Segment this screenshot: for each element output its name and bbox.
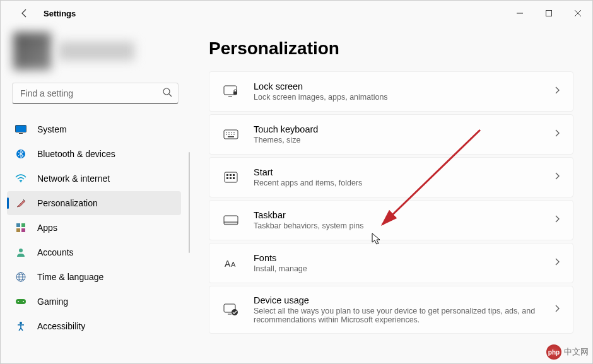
- close-icon: [575, 10, 581, 16]
- row-text: Lock screen Lock screen images, apps, an…: [254, 81, 554, 102]
- row-text: Touch keyboard Themes, size: [254, 124, 554, 144]
- paintbrush-icon: [15, 197, 27, 209]
- sidebar: System Bluetooth & devices Network & int…: [1, 26, 190, 363]
- row-desc: Recent apps and items, folders: [254, 179, 554, 187]
- chevron-right-icon: [554, 86, 560, 97]
- sidebar-item-system[interactable]: System: [7, 117, 181, 141]
- avatar: [13, 32, 51, 70]
- svg-point-25: [231, 134, 232, 135]
- search-input[interactable]: [12, 83, 179, 104]
- row-desc: Select all the ways you plan to use your…: [254, 307, 554, 324]
- sidebar-item-label: Network & internet: [37, 173, 110, 184]
- row-desc: Lock screen images, apps, animations: [254, 93, 554, 102]
- setting-row-lockscreen[interactable]: Lock screen Lock screen images, apps, an…: [209, 71, 573, 112]
- svg-point-14: [23, 301, 24, 302]
- setting-row-deviceusage[interactable]: Device usage Select all the ways you pla…: [209, 286, 573, 334]
- sidebar-item-label: Time & language: [37, 272, 103, 282]
- sidebar-item-accounts[interactable]: Accounts: [7, 240, 181, 264]
- sidebar-item-label: Apps: [37, 223, 57, 233]
- sidebar-item-apps[interactable]: Apps: [7, 216, 181, 240]
- svg-rect-12: [16, 299, 26, 304]
- row-title: Start: [254, 167, 554, 177]
- row-title: Lock screen: [254, 81, 554, 91]
- sidebar-item-bluetooth[interactable]: Bluetooth & devices: [7, 142, 181, 166]
- watermark-logo-icon: php: [546, 344, 561, 360]
- svg-rect-17: [233, 91, 237, 95]
- svg-rect-30: [230, 174, 232, 176]
- minimize-button[interactable]: [505, 3, 534, 23]
- apps-icon: [15, 221, 27, 234]
- svg-point-4: [20, 181, 21, 182]
- nav-list[interactable]: System Bluetooth & devices Network & int…: [7, 117, 184, 363]
- svg-rect-6: [21, 223, 25, 227]
- arrow-left-icon: [20, 8, 30, 18]
- svg-rect-2: [16, 126, 26, 132]
- minimize-icon: [517, 10, 523, 16]
- profile-name: [59, 42, 134, 61]
- sidebar-item-label: Personalization: [37, 198, 98, 208]
- svg-point-19: [226, 132, 227, 133]
- profile-area[interactable]: [7, 26, 184, 83]
- back-button[interactable]: [13, 2, 36, 25]
- svg-rect-32: [226, 177, 228, 179]
- sidebar-item-label: Bluetooth & devices: [37, 149, 115, 159]
- svg-point-13: [18, 301, 19, 302]
- setting-row-taskbar[interactable]: Taskbar Taskbar behaviors, system pins: [209, 200, 573, 240]
- chevron-right-icon: [554, 214, 560, 226]
- fonts-icon: AA: [222, 255, 240, 271]
- main-content: Personalization Lock screen Lock screen …: [190, 26, 592, 363]
- row-desc: Install, manage: [254, 264, 554, 273]
- svg-point-23: [226, 134, 227, 135]
- sidebar-item-gaming[interactable]: Gaming: [7, 290, 181, 314]
- start-icon: [222, 170, 240, 185]
- sidebar-item-time[interactable]: Time & language: [7, 265, 181, 289]
- taskbar-icon: [222, 213, 240, 228]
- chevron-right-icon: [554, 304, 560, 315]
- svg-point-40: [232, 309, 238, 315]
- sidebar-item-personalization[interactable]: Personalization: [7, 191, 181, 215]
- maximize-button[interactable]: [534, 3, 563, 23]
- row-text: Device usage Select all the ways you pla…: [254, 295, 554, 324]
- svg-rect-31: [233, 174, 235, 176]
- display-icon: [15, 123, 27, 136]
- row-desc: Taskbar behaviors, system pins: [254, 221, 554, 230]
- sidebar-item-accessibility[interactable]: Accessibility: [7, 314, 181, 338]
- window-title: Settings: [44, 9, 76, 18]
- svg-text:A: A: [225, 259, 231, 269]
- device-check-icon: [222, 302, 240, 317]
- gaming-icon: [15, 295, 27, 308]
- svg-text:A: A: [231, 261, 236, 268]
- svg-rect-5: [16, 223, 20, 227]
- svg-point-24: [228, 134, 230, 135]
- svg-rect-0: [546, 11, 552, 16]
- setting-row-touchkeyboard[interactable]: Touch keyboard Themes, size: [209, 114, 573, 155]
- sidebar-item-label: System: [37, 124, 67, 134]
- svg-rect-34: [233, 177, 235, 179]
- svg-point-15: [20, 322, 22, 324]
- svg-point-9: [19, 249, 23, 252]
- scrollbar[interactable]: [189, 152, 190, 253]
- sidebar-item-label: Accounts: [37, 247, 74, 257]
- row-text: Taskbar Taskbar behaviors, system pins: [254, 210, 554, 230]
- wifi-icon: [15, 172, 27, 185]
- person-icon: [15, 246, 27, 259]
- svg-point-22: [233, 132, 235, 133]
- setting-row-fonts[interactable]: AA Fonts Install, manage: [209, 243, 573, 283]
- close-button[interactable]: [563, 3, 592, 23]
- chevron-right-icon: [554, 257, 560, 269]
- watermark-text: 中文网: [564, 346, 589, 358]
- svg-rect-29: [226, 174, 228, 176]
- globe-icon: [15, 271, 27, 283]
- bluetooth-icon: [15, 148, 27, 160]
- titlebar: Settings: [1, 1, 592, 26]
- row-title: Device usage: [254, 295, 554, 305]
- row-text: Fonts Install, manage: [254, 253, 554, 273]
- sidebar-item-network[interactable]: Network & internet: [7, 167, 181, 191]
- accessibility-icon: [15, 320, 27, 332]
- setting-row-start[interactable]: Start Recent apps and items, folders: [209, 157, 573, 197]
- sidebar-item-label: Gaming: [37, 296, 68, 307]
- row-desc: Themes, size: [254, 136, 554, 144]
- row-title: Touch keyboard: [254, 124, 554, 134]
- svg-point-26: [233, 134, 235, 135]
- svg-rect-36: [224, 222, 238, 225]
